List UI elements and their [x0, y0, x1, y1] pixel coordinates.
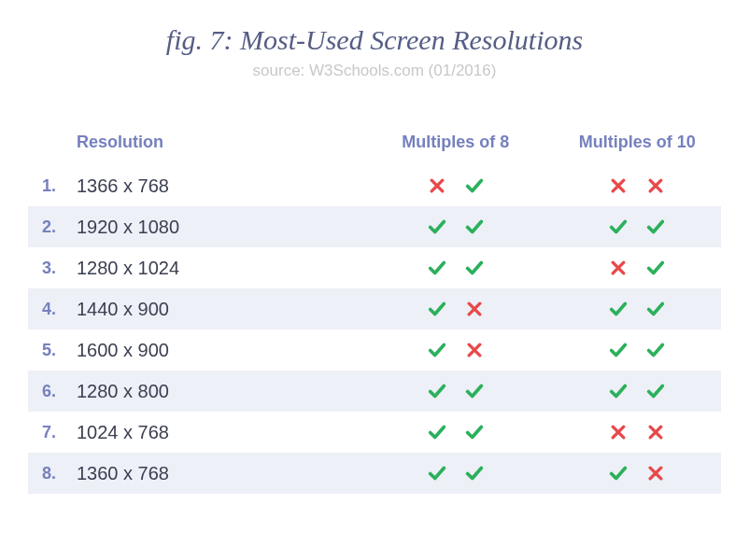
check-icon: [464, 422, 485, 442]
check-icon: [464, 381, 485, 401]
check-icon: [608, 340, 629, 360]
row-mult8: [358, 463, 553, 483]
row-mult10: [554, 381, 722, 401]
check-icon: [608, 217, 629, 237]
resolution-table: Resolution Multiples of 8 Multiples of 1…: [28, 133, 721, 494]
row-mult8: [358, 217, 553, 237]
table-row: 5.1600 x 900: [28, 329, 721, 371]
cross-icon: [608, 258, 629, 278]
row-resolution: 1360 x 768: [69, 463, 358, 484]
check-icon: [464, 258, 485, 278]
row-rank: 6.: [28, 382, 69, 401]
cross-icon: [608, 422, 629, 442]
check-icon: [645, 258, 666, 278]
check-icon: [427, 422, 447, 442]
table-row: 3.1280 x 1024: [28, 247, 721, 288]
row-mult10: [554, 463, 722, 483]
row-mult10: [554, 299, 722, 319]
check-icon: [608, 299, 629, 319]
check-icon: [427, 463, 447, 483]
table-row: 8.1360 x 768: [28, 453, 721, 494]
check-icon: [427, 381, 447, 401]
row-rank: 3.: [28, 259, 69, 278]
check-icon: [608, 381, 629, 401]
row-rank: 4.: [28, 300, 69, 319]
check-icon: [464, 463, 485, 483]
header-mult8: Multiples of 8: [358, 133, 553, 152]
row-mult10: [554, 217, 722, 237]
row-mult8: [358, 175, 553, 196]
check-icon: [427, 299, 447, 319]
check-icon: [608, 463, 629, 483]
check-icon: [645, 217, 666, 237]
row-mult8: [358, 299, 553, 319]
row-resolution: 1366 x 768: [69, 175, 358, 197]
row-resolution: 1280 x 1024: [69, 258, 358, 279]
row-resolution: 1440 x 900: [69, 299, 358, 320]
check-icon: [464, 175, 485, 196]
check-icon: [645, 299, 666, 319]
row-resolution: 1600 x 900: [69, 340, 358, 361]
table-header-row: Resolution Multiples of 8 Multiples of 1…: [28, 133, 721, 165]
row-rank: 8.: [28, 464, 69, 483]
check-icon: [427, 258, 447, 278]
check-icon: [427, 217, 447, 237]
cross-icon: [608, 175, 629, 196]
cross-icon: [645, 422, 666, 442]
check-icon: [645, 340, 666, 360]
row-mult8: [358, 381, 553, 401]
row-rank: 2.: [28, 217, 69, 237]
row-rank: 1.: [28, 176, 69, 196]
check-icon: [645, 381, 666, 401]
table-row: 7.1024 x 768: [28, 412, 721, 453]
table-row: 6.1280 x 800: [28, 371, 721, 412]
row-mult8: [358, 340, 553, 360]
table-row: 1.1366 x 768: [28, 165, 721, 206]
check-icon: [427, 340, 447, 360]
figure-title: fig. 7: Most-Used Screen Resolutions: [28, 24, 721, 56]
cross-icon: [645, 463, 666, 483]
row-rank: 7.: [28, 423, 69, 442]
row-resolution: 1280 x 800: [69, 381, 358, 402]
check-icon: [464, 217, 485, 237]
header-resolution: Resolution: [69, 133, 358, 152]
table-row: 4.1440 x 900: [28, 288, 721, 329]
row-mult10: [554, 340, 722, 360]
row-rank: 5.: [28, 341, 69, 360]
row-mult10: [554, 175, 722, 196]
cross-icon: [427, 175, 447, 196]
cross-icon: [645, 175, 666, 196]
cross-icon: [464, 299, 485, 319]
row-mult10: [554, 422, 722, 442]
row-mult8: [358, 422, 553, 442]
cross-icon: [464, 340, 485, 360]
row-mult8: [358, 258, 553, 278]
row-resolution: 1920 x 1080: [69, 217, 358, 238]
row-resolution: 1024 x 768: [69, 422, 358, 443]
figure-subtitle: source: W3Schools.com (01/2016): [28, 62, 721, 80]
table-row: 2.1920 x 1080: [28, 206, 721, 247]
header-mult10: Multiples of 10: [554, 133, 722, 152]
row-mult10: [554, 258, 722, 278]
